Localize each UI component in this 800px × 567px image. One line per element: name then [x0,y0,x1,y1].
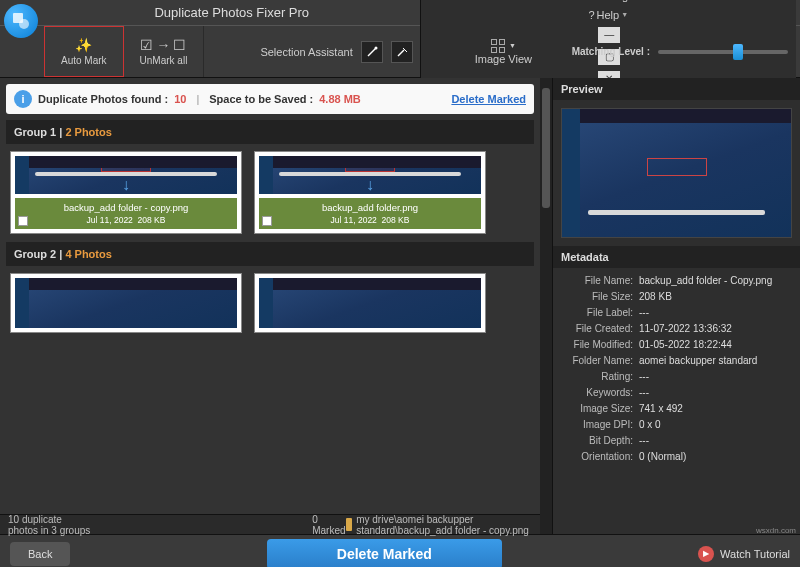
metadata-key: Rating: [561,371,639,382]
group-header: Group 1 | 2 Photos [6,120,534,144]
app-title: Duplicate Photos Fixer Pro [44,5,420,20]
titlebar: Duplicate Photos Fixer Pro ▼ ✿Settings ?… [0,0,800,26]
wand-icon: ✨ [75,37,92,53]
metadata-row: Keywords:--- [561,384,792,400]
thumbnail-size: 208 KB [382,215,410,225]
settings-label: Settings [594,0,634,2]
metadata-key: Folder Name: [561,355,639,366]
thumbnail-card[interactable] [254,273,486,333]
metadata-value: --- [639,435,792,446]
automark-button[interactable]: ✨ Auto Mark [44,26,124,77]
matching-level-label: Matching Level : [572,46,650,57]
chevron-down-icon: ▼ [621,11,628,18]
status-duplicate-count: 10 duplicate photos in 3 groups [8,514,92,536]
status-filepath: my drive\aomei backupper standard\backup… [356,514,532,536]
preview-image [561,108,792,238]
svg-point-1 [19,19,29,29]
metadata-row: Bit Depth:--- [561,432,792,448]
metadata-row: File Label:--- [561,304,792,320]
thumbnail-date: Jul 11, 2022 [87,215,133,225]
gear-icon: ✿ [583,0,592,3]
bottom-bar: Back Delete Marked ▶ Watch Tutorial [0,534,800,567]
metadata-table: File Name:backup_add folder - Copy.pngFi… [553,268,800,468]
checkbox-empty-icon: ☐ [173,37,186,53]
details-panel: Preview Metadata File Name:backup_add fo… [552,78,800,534]
metadata-key: File Created: [561,323,639,334]
svg-point-2 [374,46,377,49]
metadata-row: Image DPI:0 x 0 [561,416,792,432]
thumbnail-checkbox[interactable] [18,216,28,226]
thumbnail-image: ↓ [259,156,481,194]
arrow-right-icon: → [156,37,170,53]
metadata-row: File Size:208 KB [561,288,792,304]
settings-button[interactable]: ✿Settings [583,0,634,3]
thumbnail-card[interactable]: ↓ backup_add folder - copy.png Jul 11, 2… [10,151,242,234]
thumbnail-checkbox[interactable] [262,216,272,226]
group-count: 2 Photos [65,126,111,138]
metadata-key: Image Size: [561,403,639,414]
metadata-key: Keywords: [561,387,639,398]
unmark-label: UnMark all [140,55,188,66]
group-count: 4 Photos [65,248,111,260]
metadata-row: Image Size:741 x 492 [561,400,792,416]
help-button[interactable]: ?Help▼ [588,9,628,21]
metadata-value: 01-05-2022 18:22:44 [639,339,792,350]
thumbnail-card[interactable] [10,273,242,333]
metadata-row: Folder Name:aomei backupper standard [561,352,792,368]
thumbnail-image: ↓ [15,156,237,194]
selection-tool-2[interactable] [391,41,413,63]
metadata-row: File Modified:01-05-2022 18:22:44 [561,336,792,352]
selection-assistant: Selection Assistant [244,41,428,63]
metadata-value: --- [639,371,792,382]
group-name: Group 2 [14,248,56,260]
checkbox-checked-icon: ☑ [140,37,153,53]
thumbnail-filename: backup_add folder.png [261,202,479,213]
image-view-toggle[interactable]: ▼ Image View [459,39,548,65]
metadata-value: 208 KB [639,291,792,302]
watch-tutorial-button[interactable]: ▶ Watch Tutorial [698,546,790,562]
vertical-scrollbar[interactable] [540,78,552,534]
dup-count: 10 [174,93,186,105]
dup-label: Duplicate Photos found : [38,93,168,105]
delete-marked-link[interactable]: Delete Marked [451,93,526,105]
group-name: Group 1 [14,126,56,138]
space-label: Space to be Saved : [209,93,313,105]
metadata-key: Orientation: [561,451,639,462]
chevron-down-icon: ▼ [509,42,516,49]
preview-header: Preview [553,78,800,100]
watch-tutorial-label: Watch Tutorial [720,548,790,560]
selection-tool-1[interactable] [361,41,383,63]
help-label: ? [588,9,594,21]
back-button[interactable]: Back [10,542,70,566]
info-bar: i Duplicate Photos found : 10 | Space to… [6,84,534,114]
metadata-row: File Created:11-07-2022 13:36:32 [561,320,792,336]
unmark-all-button[interactable]: ☑→☐ UnMark all [124,26,205,77]
metadata-value: --- [639,387,792,398]
metadata-key: File Label: [561,307,639,318]
metadata-value: backup_add folder - Copy.png [639,275,792,286]
matching-level-slider[interactable] [658,50,788,54]
metadata-value: 0 (Normal) [639,451,792,462]
metadata-key: File Name: [561,275,639,286]
status-marked-count: 0 Marked [312,514,345,536]
metadata-key: File Modified: [561,339,639,350]
metadata-row: Rating:--- [561,368,792,384]
app-logo-icon [4,4,38,38]
file-icon [346,518,353,531]
thumbnail-image [259,278,481,328]
help-text: Help [597,9,620,21]
delete-marked-button[interactable]: Delete Marked [267,539,502,568]
metadata-value: 741 x 492 [639,403,792,414]
thumbnail-date: Jul 11, 2022 [331,215,377,225]
minimize-button[interactable]: — [598,27,620,43]
metadata-value: aomei backupper standard [639,355,792,366]
play-icon: ▶ [698,546,714,562]
image-view-label: Image View [475,53,532,65]
thumbnail-card[interactable]: ↓ backup_add folder.png Jul 11, 2022 208… [254,151,486,234]
metadata-row: Orientation:0 (Normal) [561,448,792,464]
info-icon: i [14,90,32,108]
selection-assistant-label: Selection Assistant [260,46,352,58]
thumbnail-image [15,278,237,328]
metadata-value: 0 x 0 [639,419,792,430]
metadata-row: File Name:backup_add folder - Copy.png [561,272,792,288]
